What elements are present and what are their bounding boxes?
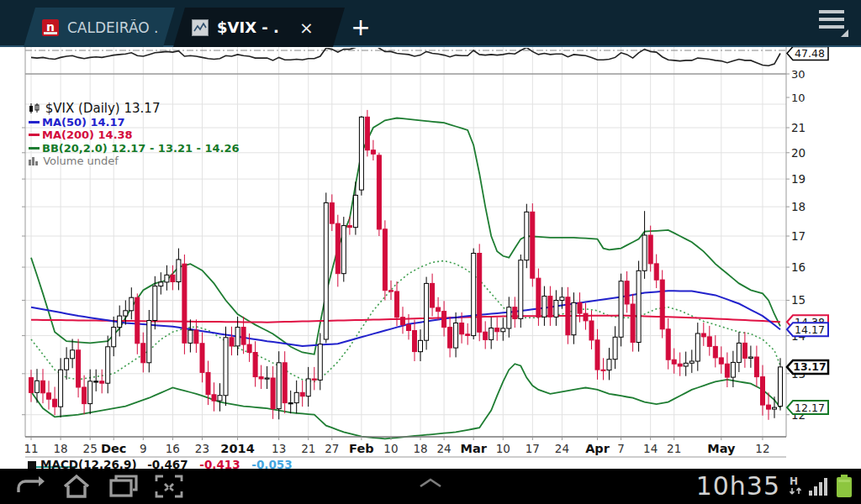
tab-label: CALDEIRÃO ... (67, 19, 160, 36)
tablet-screen: n CALDEIRÃO ... $VIX - . × + 30101213141… (0, 0, 861, 504)
new-tab-button[interactable]: + (343, 8, 378, 47)
back-icon[interactable] (13, 473, 45, 500)
svg-text:21: 21 (791, 121, 806, 134)
svg-text:13: 13 (272, 442, 286, 455)
svg-text:24: 24 (437, 442, 452, 455)
svg-text:2014: 2014 (220, 442, 254, 455)
legend-volume: Volume undef (29, 155, 240, 168)
menu-icon[interactable] (817, 10, 848, 37)
svg-text:30: 30 (791, 68, 806, 81)
status-clock: 10h35 (696, 471, 780, 501)
android-nav-bar: 10h35 H (0, 469, 861, 504)
price-flag: 14.17 (787, 323, 828, 336)
browser-tab-bar: n CALDEIRÃO ... $VIX - . × + (0, 0, 861, 47)
svg-text:13.17: 13.17 (793, 360, 827, 373)
battery-icon (836, 475, 853, 497)
recent-apps-icon[interactable] (108, 473, 140, 500)
svg-text:20: 20 (791, 146, 806, 160)
svg-text:21: 21 (301, 442, 315, 455)
svg-text:10: 10 (791, 92, 806, 104)
svg-text:Dec: Dec (101, 442, 126, 455)
price-flag: 12.17 (787, 401, 828, 414)
svg-text:47.48: 47.48 (795, 47, 825, 60)
home-icon[interactable] (61, 473, 92, 500)
svg-text:24: 24 (555, 442, 569, 455)
svg-text:11: 11 (24, 442, 38, 455)
tab-label: $VIX - . (217, 18, 279, 36)
svg-text:16: 16 (791, 260, 806, 274)
svg-text:10: 10 (383, 442, 398, 455)
navbar-expand-chevron-icon[interactable] (414, 473, 447, 500)
stock-chart: 301012131415161718192021111825Dec9162320… (0, 47, 861, 469)
svg-text:19: 19 (791, 172, 806, 186)
svg-text:17: 17 (791, 229, 806, 243)
svg-text:21: 21 (667, 442, 681, 455)
signal-strength-icon (809, 475, 829, 497)
hspa-network-icon: H (787, 475, 806, 497)
legend-ma50: MA(50) 14.17 (29, 116, 240, 129)
svg-text:May: May (707, 442, 736, 455)
svg-text:10: 10 (496, 442, 510, 455)
legend-ma200: MA(200) 14.38 (29, 129, 240, 142)
close-icon[interactable]: × (299, 19, 314, 36)
legend-bb: BB(20,2.0) 12.17 - 13.21 - 14.26 (29, 142, 240, 155)
chart-legend: $VIX (Daily) 13.17 MA(50) 14.17 MA(200) … (29, 102, 240, 168)
svg-text:9: 9 (140, 442, 147, 455)
svg-text:Mar: Mar (460, 442, 487, 455)
svg-text:17: 17 (526, 442, 540, 455)
svg-text:Feb: Feb (349, 442, 374, 455)
svg-text:27: 27 (325, 442, 339, 455)
svg-text:18: 18 (413, 442, 427, 455)
price-flag: 47.48 (787, 47, 828, 60)
svg-text:23: 23 (195, 442, 209, 455)
svg-text:12: 12 (755, 442, 769, 455)
svg-text:12.17: 12.17 (795, 402, 825, 414)
tab-caldeirao[interactable]: n CALDEIRÃO ... (24, 8, 175, 47)
svg-text:25: 25 (83, 442, 98, 455)
price-flag: 13.17 (787, 360, 828, 374)
svg-text:Apr: Apr (585, 442, 610, 455)
svg-text:16: 16 (166, 442, 180, 455)
tab-vix[interactable]: $VIX - . × (173, 8, 345, 47)
site-favicon-chart-icon (192, 19, 209, 36)
svg-text:7: 7 (617, 442, 625, 455)
svg-text:14.17: 14.17 (795, 323, 825, 336)
volume-bars-icon (29, 156, 40, 165)
svg-text:14: 14 (643, 442, 658, 455)
site-favicon-n-icon: n (42, 19, 59, 36)
svg-text:18: 18 (53, 442, 67, 455)
svg-text:H: H (790, 475, 798, 487)
legend-symbol: $VIX (Daily) 13.17 (29, 102, 240, 116)
candlestick-icon (29, 103, 41, 113)
svg-text:15: 15 (791, 293, 806, 307)
svg-text:18: 18 (791, 200, 806, 213)
screen-capture-icon[interactable] (153, 473, 185, 500)
macd-swatch-icon (28, 461, 36, 469)
